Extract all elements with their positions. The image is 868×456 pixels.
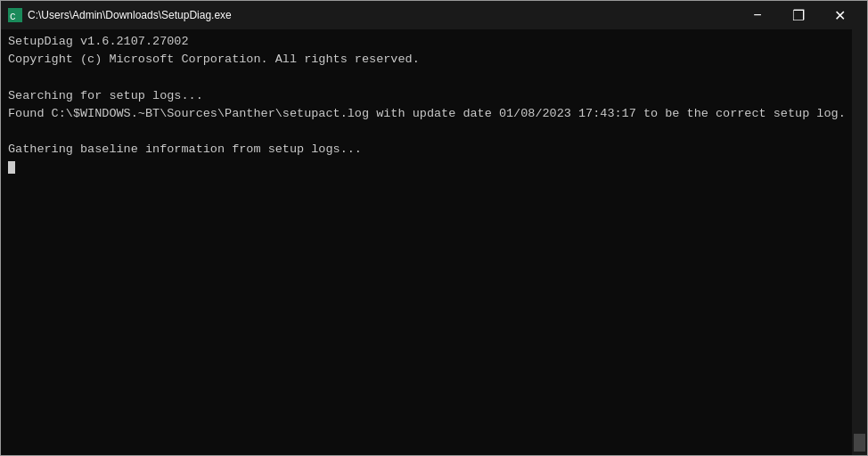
console-line-5: Found C:\$WINDOWS.~BT\Sources\Panther\se… xyxy=(8,105,860,123)
titlebar: C C:\Users\Admin\Downloads\SetupDiag.exe… xyxy=(1,1,867,29)
console-cursor-line xyxy=(8,159,860,176)
scrollbar-thumb[interactable] xyxy=(854,434,865,452)
cursor xyxy=(8,161,15,174)
console-output: SetupDiag v1.6.2107.27002 Copyright (c) … xyxy=(1,29,867,455)
console-line-6 xyxy=(8,123,860,141)
console-line-4: Searching for setup logs... xyxy=(8,87,860,105)
console-line-3 xyxy=(8,69,860,87)
minimize-button[interactable]: − xyxy=(737,1,778,29)
console-line-7: Gathering baseline information from setu… xyxy=(8,141,860,159)
titlebar-left: C C:\Users\Admin\Downloads\SetupDiag.exe xyxy=(8,8,232,22)
console-line-1: SetupDiag v1.6.2107.27002 xyxy=(8,33,860,51)
close-button[interactable]: ✕ xyxy=(819,1,860,29)
console-line-2: Copyright (c) Microsoft Corporation. All… xyxy=(8,51,860,69)
maximize-button[interactable]: ❐ xyxy=(778,1,819,29)
titlebar-controls: − ❐ ✕ xyxy=(737,1,860,29)
svg-text:C: C xyxy=(10,12,16,22)
terminal-icon: C xyxy=(8,8,22,22)
scrollbar-track[interactable] xyxy=(852,29,867,455)
cmd-window: C C:\Users\Admin\Downloads\SetupDiag.exe… xyxy=(0,0,868,456)
window-title: C:\Users\Admin\Downloads\SetupDiag.exe xyxy=(28,9,232,21)
